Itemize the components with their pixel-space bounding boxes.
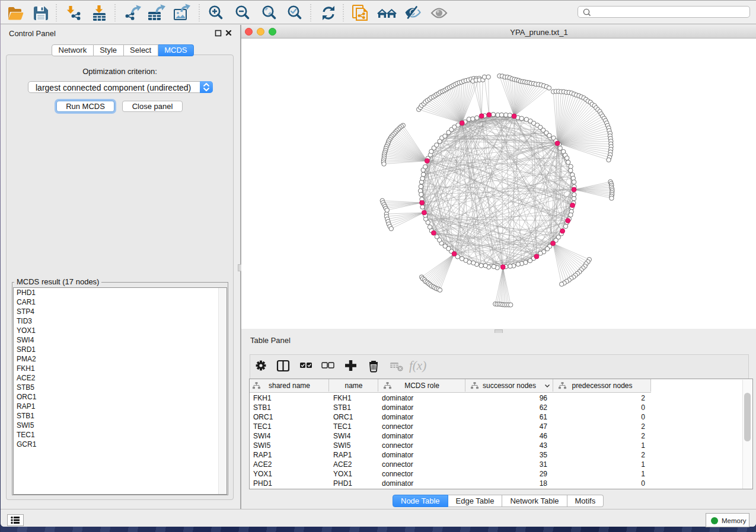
- svg-text:f(x): f(x): [409, 358, 426, 373]
